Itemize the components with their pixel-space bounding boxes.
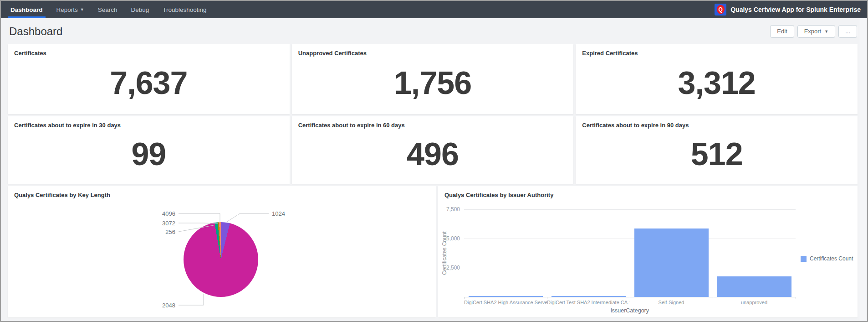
x-axis-tick bbox=[713, 297, 713, 299]
gridline-5,000 bbox=[464, 239, 796, 239]
nav-item-label: Reports bbox=[56, 6, 78, 13]
pie-slice-label-4096: 4096 bbox=[153, 210, 175, 217]
x-axis-tick bbox=[796, 297, 796, 299]
nav-item-label: Debug bbox=[131, 6, 149, 13]
logo-letter: Q bbox=[719, 6, 723, 13]
nav-item-reports[interactable]: Reports ▼ bbox=[50, 1, 91, 18]
pie-chart: 1024204825630724096 bbox=[8, 186, 436, 317]
dashboard-content: Certificates 7,637 Unapproved Certificat… bbox=[2, 44, 860, 320]
kpi-value: 7,637 bbox=[8, 57, 290, 114]
export-button[interactable]: Export ▼ bbox=[797, 25, 836, 38]
nav-item-debug[interactable]: Debug bbox=[124, 1, 156, 18]
nav-item-troubleshooting[interactable]: Troubleshooting bbox=[156, 1, 213, 18]
y-axis-title: Certificates Count bbox=[441, 231, 448, 275]
kpi-panel-expire-90-days: Certificates about to expire in 90 days … bbox=[576, 116, 858, 184]
nav-item-dashboard[interactable]: Dashboard bbox=[4, 1, 50, 18]
charts-row: Qualys Certificates by Key Length 102420… bbox=[8, 186, 858, 317]
x-axis-tick bbox=[547, 297, 547, 299]
header-buttons: Edit Export ▼ ... bbox=[770, 25, 857, 38]
y-tick-label: 7,500 bbox=[438, 206, 460, 213]
pie-slice-label-2048: 2048 bbox=[153, 302, 175, 309]
bar-DigiCert Test SHA2 Intermediate CA-1[interactable] bbox=[551, 296, 626, 297]
export-button-label: Export bbox=[804, 28, 822, 35]
vertical-scrollbar[interactable] bbox=[860, 18, 866, 320]
pie-slices[interactable] bbox=[184, 222, 258, 297]
nav-item-label: Search bbox=[98, 6, 117, 13]
kpi-row-2: Certificates about to expire in 30 days … bbox=[8, 116, 858, 184]
x-category-label: unapproved bbox=[713, 300, 796, 305]
kpi-title: Certificates about to expire in 30 days bbox=[8, 116, 290, 129]
kpi-panel-expire-60-days: Certificates about to expire in 60 days … bbox=[292, 116, 574, 184]
kpi-panel-certificates: Certificates 7,637 bbox=[8, 44, 290, 114]
pie-chart-panel: Qualys Certificates by Key Length 102420… bbox=[8, 186, 436, 317]
chart-legend[interactable]: Certificates Count bbox=[801, 255, 853, 262]
kpi-value: 3,312 bbox=[576, 57, 858, 114]
kpi-value: 1,756 bbox=[292, 57, 574, 114]
kpi-panel-unapproved-certificates: Unapproved Certificates 1,756 bbox=[292, 44, 574, 114]
gridline-7,500 bbox=[464, 209, 796, 210]
x-category-label: DigiCert SHA2 High Assurance Server CA bbox=[464, 300, 547, 305]
nav-items: Dashboard Reports ▼ Search Debug Trouble… bbox=[1, 1, 214, 18]
qualys-logo-icon: Q bbox=[715, 4, 726, 16]
kpi-value: 99 bbox=[8, 129, 290, 184]
bar-unapproved[interactable] bbox=[717, 276, 791, 297]
nav-item-search[interactable]: Search bbox=[91, 1, 124, 18]
kpi-row-1: Certificates 7,637 Unapproved Certificat… bbox=[8, 44, 858, 114]
more-actions-label: ... bbox=[845, 28, 850, 35]
kpi-panel-expired-certificates: Expired Certificates 3,312 bbox=[576, 44, 858, 114]
pie-slice-label-256: 256 bbox=[153, 229, 175, 235]
bar-Self-Signed[interactable] bbox=[634, 229, 709, 297]
kpi-title: Certificates about to expire in 90 days bbox=[576, 116, 858, 129]
kpi-title: Certificates bbox=[8, 44, 290, 57]
x-axis-title: issuerCategory bbox=[464, 307, 796, 314]
legend-swatch bbox=[801, 256, 807, 262]
kpi-value: 512 bbox=[576, 129, 858, 184]
chevron-down-icon: ▼ bbox=[80, 7, 84, 12]
chevron-down-icon: ▼ bbox=[824, 29, 828, 34]
x-category-label: Self-Signed bbox=[630, 300, 713, 305]
nav-item-label: Troubleshooting bbox=[163, 6, 206, 13]
x-category-label: DigiCert Test SHA2 Intermediate CA-1 bbox=[547, 300, 630, 305]
kpi-title: Unapproved Certificates bbox=[292, 44, 574, 57]
top-navbar: Dashboard Reports ▼ Search Debug Trouble… bbox=[1, 1, 867, 18]
kpi-title: Certificates about to expire in 60 days bbox=[292, 116, 574, 129]
kpi-value: 496 bbox=[292, 129, 574, 184]
edit-button-label: Edit bbox=[777, 28, 787, 35]
pie-slice-label-3072: 3072 bbox=[153, 220, 175, 227]
kpi-title: Expired Certificates bbox=[576, 44, 858, 57]
nav-item-label: Dashboard bbox=[10, 6, 43, 13]
bar-DigiCert SHA2 High Assurance Server CA[interactable] bbox=[469, 296, 543, 297]
more-actions-button[interactable]: ... bbox=[838, 25, 857, 38]
page-title: Dashboard bbox=[9, 25, 62, 38]
app-title: Qualys Certview App for Splunk Enterpris… bbox=[730, 6, 861, 13]
edit-button[interactable]: Edit bbox=[770, 25, 794, 38]
app-window: Dashboard Reports ▼ Search Debug Trouble… bbox=[0, 0, 868, 322]
gridline-2,500 bbox=[464, 268, 796, 268]
kpi-panel-expire-30-days: Certificates about to expire in 30 days … bbox=[8, 116, 290, 184]
legend-label: Certificates Count bbox=[810, 255, 853, 262]
bar-chart: 2,5005,0007,500DigiCert SHA2 High Assura… bbox=[438, 186, 858, 317]
pie-slice-label-1024: 1024 bbox=[272, 210, 304, 217]
bar-chart-panel: Qualys Certificates by Issuer Authority … bbox=[438, 186, 858, 317]
x-axis-tick bbox=[630, 297, 630, 299]
app-branding: Q Qualys Certview App for Splunk Enterpr… bbox=[715, 1, 867, 18]
x-axis-tick bbox=[464, 297, 465, 299]
dashboard-header: Dashboard Edit Export ▼ ... bbox=[2, 18, 860, 44]
